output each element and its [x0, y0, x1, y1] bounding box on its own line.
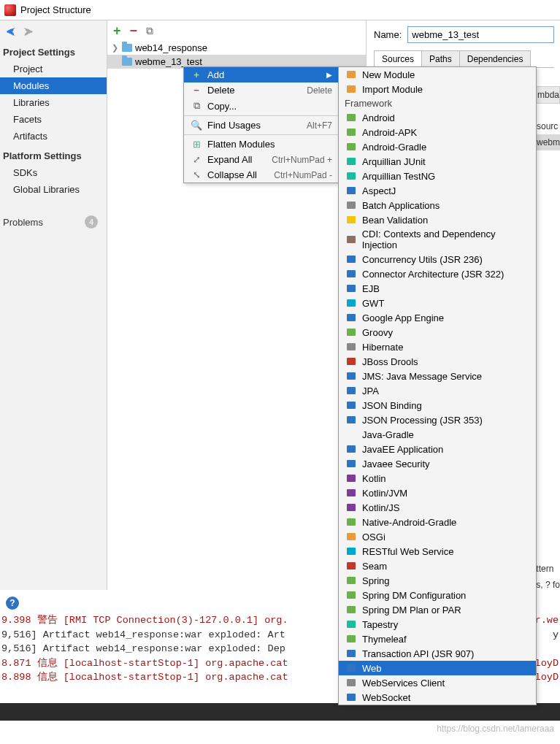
- sidebar-item-global-libraries[interactable]: Global Libraries: [0, 181, 107, 198]
- submenu-item-ejb[interactable]: EJB: [339, 281, 536, 296]
- back-icon[interactable]: ⮜: [6, 26, 16, 38]
- submenu-arrow-icon: ▶: [326, 71, 332, 79]
- menu-item-delete[interactable]: −DeleteDelete: [184, 83, 338, 98]
- submenu-item-spring-dm-configuration[interactable]: Spring DM Configuration: [339, 588, 536, 602]
- submenu-item-aspectj[interactable]: AspectJ: [339, 183, 536, 198]
- forward-icon[interactable]: ⮞: [23, 26, 34, 38]
- submenu-item-label: New Module: [362, 69, 415, 80]
- submenu-item-json-processing-jsr-[interactable]: JSON Processing (JSR 353): [339, 413, 536, 427]
- submenu-item-cdi-contexts-and-dependency-injection[interactable]: CDI: Contexts and Dependency Injection: [339, 227, 536, 252]
- submenu-item-google-app-engine[interactable]: Google App Engine: [339, 310, 536, 325]
- submenu-item-websocket[interactable]: WebSocket: [339, 690, 536, 705]
- submenu-item-java-gradle[interactable]: Java-Gradle: [339, 427, 536, 442]
- submenu-item-label: Bean Validation: [362, 215, 428, 226]
- submenu-item-label: GWT: [362, 298, 384, 309]
- module-name-input[interactable]: [407, 26, 554, 43]
- submenu-item-concurrency-utils-jsr-[interactable]: Concurrency Utils (JSR 236): [339, 252, 536, 266]
- copy-icon[interactable]: ⧉: [146, 25, 153, 37]
- framework-icon: [345, 443, 358, 455]
- add-icon[interactable]: +: [113, 23, 121, 39]
- menu-item-label: Delete: [207, 85, 307, 96]
- submenu-item-label: Arquillian TestNG: [362, 171, 435, 182]
- submenu-item-json-binding[interactable]: JSON Binding: [339, 398, 536, 413]
- framework-icon: [345, 253, 358, 265]
- sidebar-item-modules[interactable]: Modules: [0, 77, 107, 94]
- submenu-item-kotlin-js[interactable]: Kotlin/JS: [339, 500, 536, 515]
- submenu-item-label: Android-APK: [362, 127, 417, 138]
- sidebar-item-project[interactable]: Project: [0, 61, 107, 77]
- submenu-item-label: JBoss Drools: [362, 356, 418, 367]
- submenu-item-kotlin-jvm[interactable]: Kotlin/JVM: [339, 486, 536, 500]
- sidebar: ⮜ ⮞ Project Settings Project Modules Lib…: [0, 20, 107, 590]
- submenu-item-groovy[interactable]: Groovy: [339, 325, 536, 340]
- tree-node[interactable]: ❯ web14_response: [107, 41, 366, 55]
- submenu-item-native-android-gradle[interactable]: Native-Android-Gradle: [339, 515, 536, 529]
- submenu-item-label: Android: [362, 112, 395, 123]
- submenu-item-label: CDI: Contexts and Dependency Injection: [362, 229, 530, 250]
- submenu-item-webservices-client[interactable]: WebServices Client: [339, 675, 536, 690]
- framework-icon: [345, 414, 358, 426]
- sidebar-item-artifacts[interactable]: Artifacts: [0, 128, 107, 145]
- submenu-item-jpa[interactable]: JPA: [339, 383, 536, 398]
- sidebar-item-sdks[interactable]: SDKs: [0, 164, 107, 181]
- menu-item-collapse-all[interactable]: ⤡Collapse AllCtrl+NumPad -: [184, 167, 338, 183]
- submenu-item-android-apk[interactable]: Android-APK: [339, 125, 536, 139]
- problems-label: Problems: [3, 217, 43, 228]
- menu-item-expand-all[interactable]: ⤢Expand AllCtrl+NumPad +: [184, 152, 338, 167]
- submenu-item-javaee-security[interactable]: Javaee Security: [339, 456, 536, 471]
- menu-item-label: Collapse All: [207, 169, 274, 180]
- submenu-item-thymeleaf[interactable]: Thymeleaf: [339, 632, 536, 646]
- chevron-right-icon[interactable]: ❯: [112, 43, 119, 53]
- submenu-item-label: Spring DM Configuration: [362, 590, 466, 601]
- submenu-item-arquillian-testng[interactable]: Arquillian TestNG: [339, 169, 536, 183]
- submenu-item-osgi[interactable]: OSGi: [339, 529, 536, 544]
- framework-icon: [345, 185, 358, 196]
- submenu-item-spring-dm-plan-or-par[interactable]: Spring DM Plan or PAR: [339, 602, 536, 617]
- framework-icon: [345, 69, 358, 80]
- submenu-item-kotlin[interactable]: Kotlin: [339, 471, 536, 486]
- help-icon[interactable]: ?: [6, 597, 19, 610]
- submenu-item-batch-applications[interactable]: Batch Applications: [339, 198, 536, 212]
- menu-item-find-usages[interactable]: 🔍Find UsagesAlt+F7: [184, 118, 338, 133]
- submenu-item-label: Arquillian JUnit: [362, 156, 426, 167]
- framework-icon: [345, 516, 358, 528]
- tree-node-label: webme_13_test: [135, 56, 202, 67]
- tab-dependencies[interactable]: Dependencies: [459, 50, 532, 67]
- submenu-item-android[interactable]: Android: [339, 110, 536, 125]
- search-icon: 🔍: [190, 120, 203, 131]
- submenu-item-transaction-api-jsr-[interactable]: Transaction API (JSR 907): [339, 646, 536, 661]
- submenu-item-arquillian-junit[interactable]: Arquillian JUnit: [339, 154, 536, 169]
- framework-icon: [345, 560, 358, 572]
- submenu-item-jboss-drools[interactable]: JBoss Drools: [339, 354, 536, 369]
- submenu-item-restful-web-service[interactable]: RESTful Web Service: [339, 544, 536, 559]
- submenu-item-javaee-application[interactable]: JavaEE Application: [339, 442, 536, 456]
- sidebar-item-problems[interactable]: Problems 4: [0, 210, 107, 231]
- menu-item-add[interactable]: +Add▶: [184, 67, 338, 83]
- tab-paths[interactable]: Paths: [421, 50, 460, 67]
- submenu-item-hibernate[interactable]: Hibernate: [339, 340, 536, 354]
- sidebar-item-libraries[interactable]: Libraries: [0, 94, 107, 111]
- submenu-item-seam[interactable]: Seam: [339, 559, 536, 573]
- framework-icon: [345, 156, 358, 167]
- submenu-item-import-module[interactable]: Import Module: [339, 82, 536, 96]
- menu-item-flatten-modules[interactable]: ⊞Flatten Modules: [184, 137, 338, 152]
- remove-icon[interactable]: −: [130, 23, 138, 39]
- console-line-tail: loyD: [535, 670, 559, 685]
- menu-separator: [184, 115, 338, 116]
- submenu-item-web[interactable]: Web: [339, 661, 536, 675]
- submenu-item-jms-java-message-service[interactable]: JMS: Java Message Service: [339, 369, 536, 383]
- sidebar-item-facets[interactable]: Facets: [0, 111, 107, 128]
- submenu-item-gwt[interactable]: GWT: [339, 296, 536, 310]
- framework-icon: [345, 648, 358, 659]
- tab-sources[interactable]: Sources: [374, 50, 422, 67]
- submenu-item-bean-validation[interactable]: Bean Validation: [339, 212, 536, 227]
- submenu-item-android-gradle[interactable]: Android-Gradle: [339, 139, 536, 154]
- submenu-item-connector-architecture-jsr-[interactable]: Connector Architecture (JSR 322): [339, 266, 536, 281]
- menu-item-copy-[interactable]: ⧉Copy...: [184, 98, 338, 114]
- submenu-item-spring[interactable]: Spring: [339, 573, 536, 588]
- submenu-item-label: WebServices Client: [362, 678, 445, 689]
- submenu-item-new-module[interactable]: New Module: [339, 67, 536, 82]
- framework-icon: [345, 502, 358, 513]
- submenu-item-label: RESTful Web Service: [362, 546, 453, 557]
- submenu-item-tapestry[interactable]: Tapestry: [339, 617, 536, 632]
